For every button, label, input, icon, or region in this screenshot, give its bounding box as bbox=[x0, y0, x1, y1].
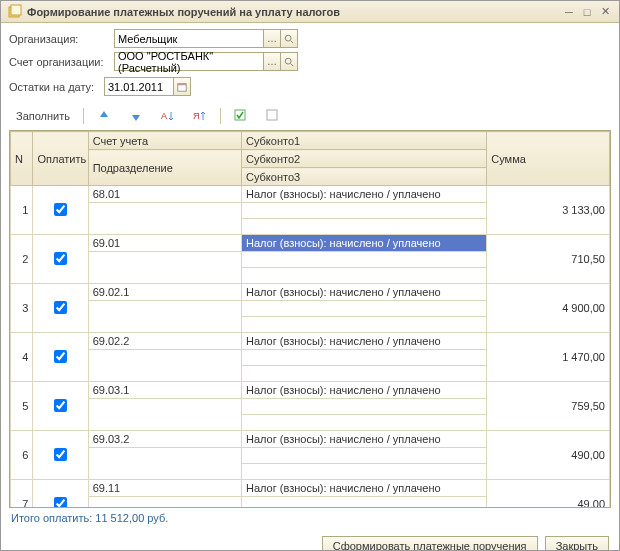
sort-asc-button[interactable]: A bbox=[154, 106, 182, 126]
cell-n[interactable]: 4 bbox=[11, 333, 33, 382]
cell-sub1[interactable]: Налог (взносы): начислено / уплачено bbox=[241, 382, 486, 399]
close-button[interactable]: Закрыть bbox=[545, 536, 609, 551]
cell-subdiv[interactable] bbox=[88, 399, 241, 431]
pay-checkbox[interactable] bbox=[54, 399, 67, 412]
cell-sub2[interactable] bbox=[241, 350, 486, 366]
cell-sum[interactable]: 490,00 bbox=[487, 431, 610, 480]
cell-sub3[interactable] bbox=[241, 464, 486, 480]
table-row[interactable]: 469.02.2Налог (взносы): начислено / упла… bbox=[11, 333, 610, 350]
cell-n[interactable]: 2 bbox=[11, 235, 33, 284]
uncheck-all-button[interactable] bbox=[259, 106, 287, 126]
cell-subdiv[interactable] bbox=[88, 448, 241, 480]
cell-subdiv[interactable] bbox=[88, 497, 241, 509]
pay-checkbox[interactable] bbox=[54, 301, 67, 314]
cell-sub2[interactable] bbox=[241, 448, 486, 464]
cell-subdiv[interactable] bbox=[88, 301, 241, 333]
cell-pay[interactable] bbox=[33, 382, 88, 431]
cell-sub3[interactable] bbox=[241, 317, 486, 333]
pay-checkbox[interactable] bbox=[54, 497, 67, 509]
header-sub2[interactable]: Субконто2 bbox=[241, 150, 486, 168]
grid[interactable]: N Оплатить Счет учета Субконто1 Сумма По… bbox=[9, 130, 611, 508]
cell-account[interactable]: 69.01 bbox=[88, 235, 241, 252]
cell-sub1[interactable]: Налог (взносы): начислено / уплачено bbox=[241, 235, 486, 252]
header-subdiv[interactable]: Подразделение bbox=[88, 150, 241, 186]
cell-sub1[interactable]: Налог (взносы): начислено / уплачено bbox=[241, 284, 486, 301]
cell-sub1[interactable]: Налог (взносы): начислено / уплачено bbox=[241, 480, 486, 497]
table-row[interactable]: 569.03.1Налог (взносы): начислено / упла… bbox=[11, 382, 610, 399]
cell-account[interactable]: 69.11 bbox=[88, 480, 241, 497]
balance-date-field[interactable]: 31.01.2011 bbox=[104, 77, 174, 96]
cell-pay[interactable] bbox=[33, 235, 88, 284]
close-window-button[interactable]: ✕ bbox=[597, 5, 613, 19]
cell-sub3[interactable] bbox=[241, 366, 486, 382]
cell-n[interactable]: 5 bbox=[11, 382, 33, 431]
organization-field[interactable]: Мебельщик bbox=[114, 29, 264, 48]
pay-checkbox[interactable] bbox=[54, 448, 67, 461]
cell-pay[interactable] bbox=[33, 284, 88, 333]
cell-sub2[interactable] bbox=[241, 252, 486, 268]
cell-account[interactable]: 69.02.2 bbox=[88, 333, 241, 350]
table-row[interactable]: 769.11Налог (взносы): начислено / уплаче… bbox=[11, 480, 610, 497]
table-row[interactable]: 269.01Налог (взносы): начислено / уплаче… bbox=[11, 235, 610, 252]
table-row[interactable]: 369.02.1Налог (взносы): начислено / упла… bbox=[11, 284, 610, 301]
organization-open-button[interactable] bbox=[280, 29, 298, 48]
cell-sum[interactable]: 49,00 bbox=[487, 480, 610, 509]
cell-subdiv[interactable] bbox=[88, 252, 241, 284]
pay-checkbox[interactable] bbox=[54, 252, 67, 265]
header-account[interactable]: Счет учета bbox=[88, 132, 241, 150]
fill-button[interactable]: Заполнить bbox=[9, 106, 77, 126]
cell-sub1[interactable]: Налог (взносы): начислено / уплачено bbox=[241, 333, 486, 350]
cell-pay[interactable] bbox=[33, 431, 88, 480]
cell-account[interactable]: 68.01 bbox=[88, 186, 241, 203]
cell-n[interactable]: 1 bbox=[11, 186, 33, 235]
cell-pay[interactable] bbox=[33, 186, 88, 235]
cell-sub1[interactable]: Налог (взносы): начислено / уплачено bbox=[241, 431, 486, 448]
minimize-button[interactable]: ─ bbox=[561, 5, 577, 19]
cell-sub2[interactable] bbox=[241, 497, 486, 509]
cell-account[interactable]: 69.03.1 bbox=[88, 382, 241, 399]
cell-sum[interactable]: 4 900,00 bbox=[487, 284, 610, 333]
cell-sum[interactable]: 1 470,00 bbox=[487, 333, 610, 382]
cell-subdiv[interactable] bbox=[88, 203, 241, 235]
cell-sub2[interactable] bbox=[241, 301, 486, 317]
maximize-button[interactable]: □ bbox=[579, 5, 595, 19]
cell-subdiv[interactable] bbox=[88, 350, 241, 382]
cell-sub2[interactable] bbox=[241, 399, 486, 415]
pay-checkbox[interactable] bbox=[54, 203, 67, 216]
balance-date-calendar-button[interactable] bbox=[173, 77, 191, 96]
cell-account[interactable]: 69.03.2 bbox=[88, 431, 241, 448]
cell-sum[interactable]: 3 133,00 bbox=[487, 186, 610, 235]
check-all-button[interactable] bbox=[227, 106, 255, 126]
account-field[interactable]: ООО "РОСТБАНК" (Расчетный) bbox=[114, 52, 264, 71]
cell-n[interactable]: 6 bbox=[11, 431, 33, 480]
header-sub3[interactable]: Субконто3 bbox=[241, 168, 486, 186]
cell-sub2[interactable] bbox=[241, 203, 486, 219]
cell-sub3[interactable] bbox=[241, 219, 486, 235]
cell-sum[interactable]: 759,50 bbox=[487, 382, 610, 431]
move-up-button[interactable] bbox=[90, 106, 118, 126]
move-down-button[interactable] bbox=[122, 106, 150, 126]
cell-sum[interactable]: 710,50 bbox=[487, 235, 610, 284]
form-payments-button[interactable]: Сформировать платежные поручения bbox=[322, 536, 538, 551]
pay-checkbox[interactable] bbox=[54, 350, 67, 363]
account-open-button[interactable] bbox=[280, 52, 298, 71]
table-row[interactable]: 168.01Налог (взносы): начислено / уплаче… bbox=[11, 186, 610, 203]
header-pay[interactable]: Оплатить bbox=[33, 132, 88, 186]
organization-select-button[interactable]: … bbox=[263, 29, 281, 48]
header-sum[interactable]: Сумма bbox=[487, 132, 610, 186]
cell-n[interactable]: 3 bbox=[11, 284, 33, 333]
cell-n[interactable]: 7 bbox=[11, 480, 33, 509]
cell-sub3[interactable] bbox=[241, 415, 486, 431]
table-row[interactable]: 669.03.2Налог (взносы): начислено / упла… bbox=[11, 431, 610, 448]
header-n[interactable]: N bbox=[11, 132, 33, 186]
cell-pay[interactable] bbox=[33, 333, 88, 382]
cell-sub3[interactable] bbox=[241, 268, 486, 284]
cell-account[interactable]: 69.02.1 bbox=[88, 284, 241, 301]
cell-sub1[interactable]: Налог (взносы): начислено / уплачено bbox=[241, 186, 486, 203]
svg-rect-11 bbox=[267, 110, 277, 120]
cell-pay[interactable] bbox=[33, 480, 88, 509]
sort-desc-button[interactable]: Я bbox=[186, 106, 214, 126]
bottom-bar: Сформировать платежные поручения Закрыть bbox=[1, 528, 619, 551]
header-sub1[interactable]: Субконто1 bbox=[241, 132, 486, 150]
account-select-button[interactable]: … bbox=[263, 52, 281, 71]
